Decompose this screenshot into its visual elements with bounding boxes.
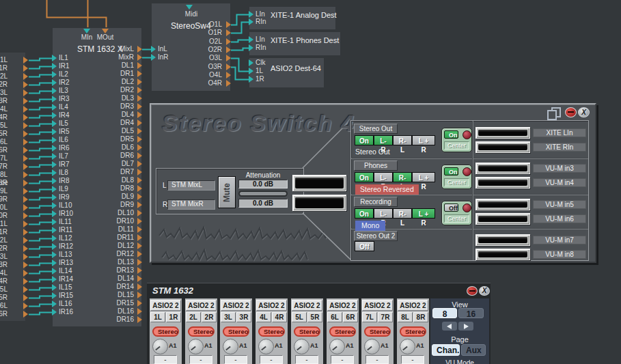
- stereo-link-button[interactable]: Stereo: [223, 326, 249, 337]
- port-out-9l[interactable]: [23, 188, 28, 195]
- port-out-dr2[interactable]: [137, 87, 142, 94]
- aux1-send-field[interactable]: -: [365, 355, 389, 364]
- strip-left-cell[interactable]: 6L: [327, 312, 342, 322]
- port-out-dl7[interactable]: [137, 160, 142, 167]
- port-out-o2l[interactable]: [226, 38, 231, 45]
- port-in-rin[interactable]: [249, 44, 253, 51]
- level-toggle-button[interactable]: Off: [444, 204, 458, 212]
- port-out-dl14[interactable]: [137, 275, 142, 282]
- strip-right-cell[interactable]: 6R: [343, 312, 358, 322]
- port-in-il12[interactable]: [52, 235, 57, 242]
- mode-button-l+r[interactable]: L + R: [412, 172, 435, 182]
- aux1-send-field[interactable]: -: [295, 355, 318, 364]
- aux1-send-field[interactable]: -: [224, 355, 247, 364]
- port-in-il2[interactable]: [52, 71, 57, 78]
- port-out-dr6[interactable]: [137, 152, 142, 159]
- wire-input-29[interactable]: [29, 288, 53, 290]
- port-out-dl13[interactable]: [137, 259, 142, 266]
- port-in-il6[interactable]: [52, 137, 57, 143]
- aux1-knob[interactable]: [329, 339, 345, 354]
- wire-input-21[interactable]: [29, 223, 53, 225]
- port-out-dl10[interactable]: [137, 210, 142, 216]
- attenuation-slider[interactable]: [238, 191, 288, 197]
- port-midi-in[interactable]: [83, 29, 90, 33]
- strip-device-button[interactable]: ASIO2 2: [292, 300, 322, 311]
- center-field[interactable]: Center: [444, 178, 469, 186]
- wire-input-18[interactable]: [29, 198, 53, 200]
- port-out-dr7[interactable]: [137, 169, 142, 176]
- port-out-14r[interactable]: [23, 278, 28, 285]
- port-in-il5[interactable]: [52, 120, 57, 127]
- close-icon[interactable]: X: [578, 107, 590, 117]
- mode-button-on[interactable]: On: [355, 172, 374, 182]
- section-header-recording[interactable]: Recording: [354, 197, 398, 207]
- port-out-12l[interactable]: [23, 237, 28, 244]
- port-in-inl[interactable]: [151, 46, 156, 53]
- port-out-dl2[interactable]: [137, 79, 142, 85]
- mode-button-r-l[interactable]: R-L: [393, 135, 412, 145]
- attenuation-slider-handle[interactable]: [240, 192, 286, 195]
- port-in-il8[interactable]: [52, 169, 57, 176]
- port-out-dl15[interactable]: [137, 292, 142, 298]
- attenuation-left-field[interactable]: 0.0 dB: [238, 180, 288, 188]
- strip-right-cell[interactable]: 4R: [272, 312, 287, 322]
- aux1-knob[interactable]: [188, 339, 204, 354]
- wire-input-15[interactable]: [29, 173, 53, 176]
- wire-input-25[interactable]: [29, 255, 53, 257]
- port-out-dr1[interactable]: [137, 70, 142, 77]
- wire-input-30[interactable]: [29, 296, 53, 298]
- port-out-6r[interactable]: [23, 147, 28, 154]
- port-out-dl4[interactable]: [137, 111, 142, 118]
- section-header-phones[interactable]: Phones: [354, 160, 398, 171]
- port-in-il13[interactable]: [52, 251, 57, 258]
- port-out-o4l[interactable]: [226, 72, 231, 79]
- strip-right-cell[interactable]: 1R: [166, 312, 181, 322]
- port-out-o3l[interactable]: [226, 55, 231, 61]
- center-field[interactable]: Center: [444, 214, 469, 223]
- strip-left-cell[interactable]: 2L: [186, 312, 201, 322]
- stereo-link-button[interactable]: Stereo: [400, 326, 426, 337]
- strip-device-button[interactable]: ASIO2 2: [256, 300, 287, 311]
- mixer-minimize-icon[interactable]: [467, 286, 478, 296]
- port-out-13l[interactable]: [23, 253, 28, 260]
- port-out-mixr[interactable]: [137, 54, 142, 61]
- port-out-dl5[interactable]: [137, 128, 142, 135]
- port-out-5r[interactable]: [23, 130, 28, 137]
- aux1-knob[interactable]: [400, 339, 415, 354]
- port-out-7r[interactable]: [23, 163, 28, 170]
- port-out-11l[interactable]: [23, 221, 28, 227]
- port-in-il1[interactable]: [52, 55, 57, 61]
- port-in-inr[interactable]: [151, 54, 156, 61]
- wire-midi-out[interactable]: [47, 0, 107, 27]
- port-out-dr5[interactable]: [137, 136, 142, 143]
- wire-input-13[interactable]: [29, 157, 53, 159]
- strip-device-button[interactable]: ASIO2 2: [362, 300, 393, 311]
- wire-input-28[interactable]: [29, 280, 53, 282]
- port-out-o3r[interactable]: [226, 64, 231, 70]
- stereo-link-button[interactable]: Stereo: [188, 326, 215, 337]
- port-in-il16[interactable]: [52, 300, 57, 307]
- port-out-13r[interactable]: [23, 262, 28, 268]
- port-out-4l[interactable]: [23, 106, 28, 113]
- mode-button-r-l[interactable]: R-L: [393, 208, 412, 219]
- view-16-button[interactable]: 16: [458, 308, 484, 318]
- port-out-dl11[interactable]: [137, 226, 142, 233]
- port-out-1r[interactable]: [23, 65, 28, 72]
- port-in-il9[interactable]: [52, 186, 57, 193]
- port-in-ir12[interactable]: [52, 243, 57, 250]
- strip-device-button[interactable]: ASIO2 2: [186, 300, 217, 311]
- port-out-14l[interactable]: [23, 270, 28, 277]
- wire-input-16[interactable]: [29, 182, 53, 184]
- port-out-o2r[interactable]: [226, 46, 231, 53]
- right-source-field[interactable]: STM MixR: [167, 199, 215, 210]
- port-out-9r[interactable]: [23, 196, 28, 203]
- port-out-dl16[interactable]: [137, 308, 142, 315]
- port-out-dl9[interactable]: [137, 193, 142, 200]
- left-source-field[interactable]: STM MixL: [167, 180, 215, 191]
- attenuation-right-field[interactable]: 0.0 dB: [238, 199, 288, 208]
- port-in-il10[interactable]: [52, 202, 57, 209]
- port-out-dl12[interactable]: [137, 242, 142, 249]
- strip-device-button[interactable]: ASIO2 2: [398, 300, 428, 311]
- wire-input-7[interactable]: [29, 108, 53, 110]
- port-out-dr10[interactable]: [137, 218, 142, 225]
